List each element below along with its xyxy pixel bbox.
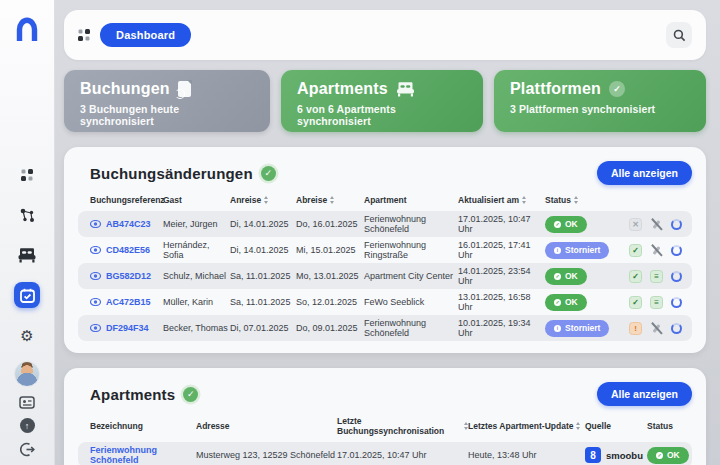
- bed-icon: [18, 248, 36, 263]
- booking-row: BG582D12 Schulz, Michael Sa, 11.01.2025 …: [78, 263, 692, 289]
- card-buchungen[interactable]: Buchungen 3 Buchungen heute synchronisie…: [64, 70, 270, 132]
- topbar: Dashboard: [64, 10, 706, 60]
- status-badge: iStorniert: [545, 242, 609, 259]
- sidebar-item-bookings-active[interactable]: [14, 282, 40, 308]
- apps-grid-icon[interactable]: [78, 29, 90, 41]
- departure-cell: Mo, 13.01.2025: [296, 271, 364, 281]
- sidebar-nav: ⚙: [14, 162, 40, 348]
- card-subtitle: 3 Buchungen heute synchronisiert: [80, 103, 254, 127]
- guest-cell: Müller, Karin: [163, 297, 230, 307]
- card-plattformen[interactable]: Plattformen ✓ 3 Plattformen synchronisie…: [494, 70, 706, 132]
- status-badge: ✓OK: [545, 294, 587, 311]
- calendar-alert-icon[interactable]: !: [629, 322, 642, 335]
- row-actions: ✓ ≡: [617, 270, 682, 283]
- document-sync-icon: [178, 81, 191, 97]
- sidebar-item-settings[interactable]: ⚙: [14, 322, 40, 348]
- col-arrival[interactable]: Anreise: [230, 195, 296, 205]
- document-icon[interactable]: ≡: [650, 296, 663, 309]
- sort-icon: [574, 196, 578, 204]
- source-cell: 8 smoobu: [585, 447, 647, 463]
- col-source: Quelle: [585, 421, 647, 431]
- col-address: Adresse: [196, 421, 337, 431]
- booking-ref-link[interactable]: AC472B15: [90, 297, 163, 307]
- dashboard-nav-pill[interactable]: Dashboard: [100, 23, 191, 47]
- sync-icon[interactable]: [671, 245, 682, 256]
- calendar-check-icon[interactable]: ✓: [629, 270, 642, 283]
- card-title: Apartments: [297, 80, 388, 98]
- updated-cell: 10.01.2025, 19:34 Uhr: [458, 318, 545, 338]
- card-title: Buchungen: [80, 80, 170, 98]
- sidebar-item-dashboard[interactable]: [14, 162, 40, 188]
- bookings-show-all-button[interactable]: Alle anzeigen: [597, 161, 692, 185]
- guest-cell: Hernández, Sofia: [163, 240, 230, 260]
- edit-disabled-icon[interactable]: [650, 244, 663, 257]
- col-ref: Buchungsreferenz: [90, 195, 163, 205]
- apartment-cell: FeWo Seeblick: [364, 297, 458, 307]
- guest-cell: Becker, Thomas: [163, 323, 230, 333]
- last-update-cell: Heute, 13:48 Uhr: [468, 450, 585, 460]
- calendar-check-icon[interactable]: ✓: [629, 296, 642, 309]
- col-last-sync[interactable]: Letzte Buchungssynchronisation: [337, 416, 468, 436]
- sync-icon[interactable]: [671, 271, 682, 282]
- calendar-x-icon[interactable]: ✕: [629, 218, 642, 231]
- booking-ref-link[interactable]: AB474C23: [90, 219, 163, 229]
- document-icon[interactable]: ≡: [650, 270, 663, 283]
- card-subtitle: 6 von 6 Apartments synchronisiert: [297, 103, 467, 127]
- eye-icon: [90, 220, 101, 228]
- booking-ref-link[interactable]: DF294F34: [90, 323, 163, 333]
- grid-icon: [21, 169, 33, 181]
- col-departure[interactable]: Abreise: [296, 195, 364, 205]
- card-apartments[interactable]: Apartments 6 von 6 Apartments synchronis…: [281, 70, 483, 132]
- status-badge: ✓OK: [647, 447, 689, 464]
- status-badge: ✓OK: [545, 268, 587, 285]
- search-button[interactable]: [666, 22, 692, 48]
- eye-icon: [90, 324, 101, 332]
- card-title: Plattformen: [510, 80, 601, 98]
- summary-cards: Buchungen 3 Buchungen heute synchronisie…: [64, 70, 706, 132]
- upload-icon[interactable]: ↑: [20, 418, 35, 433]
- col-apartment: Apartment: [364, 195, 458, 205]
- synced-check-icon: ✓: [261, 166, 276, 181]
- bed-icon: [396, 82, 415, 97]
- gear-icon: ⚙: [20, 328, 33, 343]
- status-badge: ✓OK: [545, 216, 587, 233]
- guest-cell: Meier, Jürgen: [163, 219, 230, 229]
- apartment-cell: Ferienwohnung Ringstraße: [364, 240, 458, 260]
- sync-icon[interactable]: [671, 297, 682, 308]
- sync-icon[interactable]: [671, 219, 682, 230]
- eye-icon: [90, 272, 101, 280]
- sidebar-item-apartments[interactable]: [14, 242, 40, 268]
- bookings-panel: Buchungsänderungen ✓ Alle anzeigen Buchu…: [64, 147, 706, 353]
- col-guest: Gast: [163, 195, 230, 205]
- apartment-name-link[interactable]: Ferienwohnung Schönefeld: [90, 445, 196, 465]
- col-name: Bezeichnung: [90, 421, 196, 431]
- eye-icon: [90, 298, 101, 306]
- row-actions: ✓: [617, 244, 682, 257]
- calendar-check-icon[interactable]: ✓: [629, 244, 642, 257]
- sidebar-bottom: ↑: [14, 361, 40, 457]
- booking-ref-link[interactable]: CD482E56: [90, 245, 163, 255]
- apartments-panel-header: Apartments ✓ Alle anzeigen: [78, 378, 692, 408]
- apartments-show-all-button[interactable]: Alle anzeigen: [597, 382, 692, 406]
- bookings-panel-header: Buchungsänderungen ✓ Alle anzeigen: [78, 157, 692, 187]
- id-card-icon[interactable]: [19, 396, 35, 409]
- col-status[interactable]: Status: [545, 195, 617, 205]
- user-avatar[interactable]: [14, 361, 40, 387]
- edit-disabled-icon[interactable]: [650, 218, 663, 231]
- apartments-title: Apartments: [90, 386, 175, 403]
- edit-disabled-icon[interactable]: [650, 322, 663, 335]
- row-actions: ✕: [617, 218, 682, 231]
- departure-cell: So, 12.01.2025: [296, 297, 364, 307]
- sort-icon: [522, 196, 526, 204]
- sync-icon[interactable]: [671, 323, 682, 334]
- card-subtitle: 3 Plattformen synchronisiert: [510, 103, 690, 115]
- guest-cell: Schulz, Michael: [163, 271, 230, 281]
- app-logo-icon: [13, 16, 41, 44]
- logout-icon[interactable]: [20, 442, 35, 457]
- sidebar-item-channels[interactable]: [14, 202, 40, 228]
- col-updated[interactable]: Aktualisiert am: [458, 195, 545, 205]
- col-last-update[interactable]: Letztes Apartment-Update: [468, 421, 585, 431]
- booking-ref-link[interactable]: BG582D12: [90, 271, 163, 281]
- network-icon: [19, 207, 36, 224]
- bookings-title: Buchungsänderungen: [90, 165, 253, 182]
